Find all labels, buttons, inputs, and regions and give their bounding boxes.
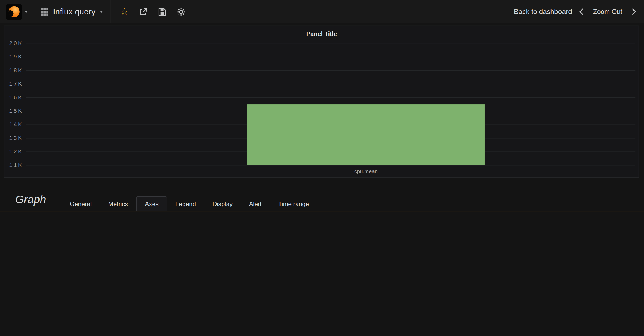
share-icon[interactable] [139,8,148,16]
y-axis-tick-label: 1.2 K [9,149,22,155]
y-axis-tick-label: 2.0 K [9,40,22,46]
top-navbar: Influx query ☆ [0,0,644,23]
tab-general[interactable]: General [62,197,100,211]
y-axis-tick-label: 1.5 K [9,108,22,114]
y-axis-tick-label: 1.8 K [9,67,22,73]
save-icon[interactable] [158,8,166,16]
tab-legend[interactable]: Legend [167,197,204,211]
editor-header: Graph GeneralMetricsAxesLegendDisplayAle… [0,179,644,211]
gridline [26,70,635,71]
panel-type-title: Graph [15,193,46,206]
tab-axes[interactable]: Axes [136,196,167,211]
graph-panel: Panel Title 2.0 K1.9 K1.8 K1.7 K1.6 K1.5… [4,26,639,178]
panel-title[interactable]: Panel Title [4,26,639,37]
dashboard-picker[interactable]: Influx query [33,0,111,23]
tab-display[interactable]: Display [204,197,241,211]
star-icon[interactable]: ☆ [120,7,129,17]
gridline [26,57,635,57]
plot-area [26,43,635,165]
zoom-out-button[interactable]: Zoom Out [593,8,622,15]
gridline [26,43,635,44]
dashboard-actions: ☆ [120,7,185,17]
y-axis-tick-label: 1.7 K [9,81,22,87]
x-axis: cpu.mean [26,168,635,176]
chevron-left-icon[interactable] [579,8,586,15]
x-axis-series-label: cpu.mean [354,168,378,174]
tab-time-range[interactable]: Time range [270,197,317,211]
y-axis: 2.0 K1.9 K1.8 K1.7 K1.6 K1.5 K1.4 K1.3 K… [4,43,23,165]
chart: 2.0 K1.9 K1.8 K1.7 K1.6 K1.5 K1.4 K1.3 K… [4,43,639,177]
chevron-down-icon [100,11,103,13]
grafana-logo[interactable] [6,3,22,20]
navbar-right: Back to dashboard Zoom Out [514,8,644,16]
back-to-dashboard-link[interactable]: Back to dashboard [514,8,572,16]
grafana-flame-icon [8,6,19,17]
chevron-down-icon[interactable] [25,11,28,13]
panel-editor: Graph GeneralMetricsAxesLegendDisplayAle… [0,179,644,215]
bar-cpu-mean [247,104,485,165]
gridline [26,84,635,84]
chevron-right-icon[interactable] [630,8,636,15]
tab-metrics[interactable]: Metrics [100,197,136,211]
gridline [26,165,635,166]
y-axis-tick-label: 1.3 K [9,135,22,141]
settings-gear-icon[interactable] [177,8,185,16]
editor-tabs: GeneralMetricsAxesLegendDisplayAlertTime… [62,196,317,211]
gridline [26,97,635,98]
y-axis-tick-label: 1.9 K [9,53,22,60]
tab-alert[interactable]: Alert [241,197,270,211]
y-axis-tick-label: 1.4 K [9,121,22,127]
dashboard-title: Influx query [53,7,95,17]
y-axis-tick-label: 1.6 K [9,94,22,100]
divider [111,0,111,23]
apps-grid-icon [41,8,48,16]
y-axis-tick-label: 1.1 K [9,162,22,168]
grafana-app: Influx query ☆ [0,0,644,215]
